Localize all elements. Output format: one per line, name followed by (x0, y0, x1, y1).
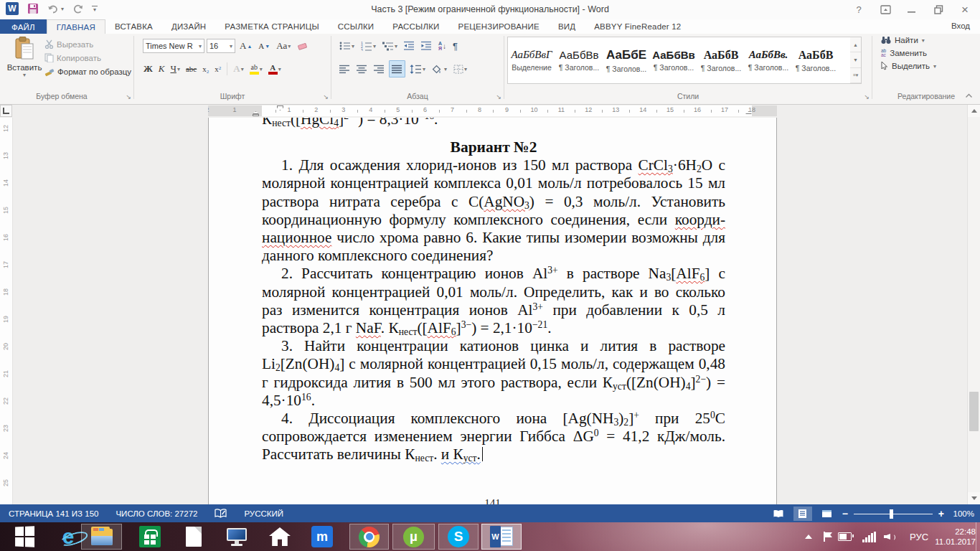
zoom-in-button[interactable]: + (938, 508, 944, 519)
problem-3[interactable]: 3. Найти концентрации катионов цинка и л… (262, 337, 725, 410)
scrollbar-thumb[interactable] (969, 392, 979, 431)
collapse-ribbon-button[interactable] (965, 93, 973, 98)
tab-references[interactable]: ССЫЛКИ (329, 19, 384, 34)
justify-button[interactable] (389, 60, 405, 77)
align-center-button[interactable] (354, 61, 369, 77)
tab-home[interactable]: ГЛАВНАЯ (47, 19, 105, 34)
sort-button[interactable]: АЯ↓ (436, 38, 448, 54)
styles-scroll-up[interactable]: ▲ (850, 37, 861, 52)
left-indent-box-marker[interactable] (253, 114, 259, 116)
scroll-down-button[interactable] (968, 492, 980, 504)
print-layout-button[interactable] (793, 507, 812, 521)
bullets-button[interactable]: ▾ (337, 38, 357, 54)
proofing-status-icon[interactable] (215, 509, 227, 519)
tab-file[interactable]: ФАЙЛ (0, 19, 47, 34)
font-dialog-launcher[interactable]: ↘ (323, 93, 329, 100)
zoom-level-indicator[interactable]: 100% (950, 509, 974, 518)
volume-icon[interactable] (884, 522, 895, 551)
superscript-button[interactable]: х2 (212, 61, 223, 77)
sign-in-link[interactable]: Вход (951, 22, 970, 30)
style-card-heading[interactable]: АаБбВ¶ Заголов... (697, 37, 745, 83)
tab-view[interactable]: ВИД (549, 19, 585, 34)
italic-button[interactable]: К (156, 61, 167, 77)
tray-show-hidden-icons[interactable] (805, 522, 812, 551)
style-card-heading[interactable]: АаБбВв.¶ Заголов... (745, 37, 792, 83)
copy-button[interactable]: Копировать (44, 53, 101, 62)
page-count-indicator[interactable]: СТРАНИЦА 141 ИЗ 150 (9, 509, 98, 518)
tab-review[interactable]: РЕЦЕНЗИРОВАНИЕ (449, 19, 549, 34)
taskbar-chrome[interactable] (349, 524, 389, 550)
clear-formatting-button[interactable] (295, 38, 310, 54)
decrease-indent-button[interactable] (402, 38, 417, 54)
text-effects-button[interactable]: А▾ (231, 61, 245, 77)
replace-button[interactable]: abac Заменить (881, 49, 980, 57)
taskbar-skype[interactable]: S (438, 524, 479, 550)
problem-2[interactable]: 2. Рассчитать концентрацию ионов Al3+ в … (262, 265, 725, 337)
increase-indent-button[interactable] (419, 38, 434, 54)
subscript-button[interactable]: х2 (200, 61, 211, 77)
line-spacing-button[interactable]: ▾ (407, 61, 428, 77)
taskbar-document-app[interactable] (181, 524, 207, 550)
language-indicator[interactable]: РУССКИЙ (244, 509, 283, 518)
tray-clock[interactable]: 22:48 11.01.2017 (934, 522, 976, 551)
ribbon-display-options-button[interactable] (875, 2, 896, 18)
tab-insert[interactable]: ВСТАВКА (105, 19, 162, 34)
paste-dropdown-arrow[interactable]: ▾ (6, 72, 43, 78)
multilevel-list-button[interactable]: ▾ (380, 38, 400, 54)
problem-4[interactable]: 4. Диссоциация комплексного иона [Ag(NH3… (262, 410, 725, 464)
variant-heading[interactable]: Вариант №2 (262, 138, 725, 156)
taskbar-lenovo[interactable] (224, 524, 250, 550)
paragraph-dialog-launcher[interactable]: ↘ (496, 93, 501, 100)
style-card-heading[interactable]: АаБбВ¶ Заголов... (792, 37, 839, 83)
align-right-button[interactable] (372, 61, 387, 77)
clipped-formula-line[interactable]: Кнест([HgCl4]2− ) = 8,3·10−16. (262, 118, 725, 129)
clipboard-dialog-launcher[interactable]: ↘ (126, 93, 131, 100)
taskbar-file-explorer[interactable] (81, 524, 122, 550)
taskbar-utorrent[interactable]: µ (392, 524, 435, 550)
style-card-heading[interactable]: АаБбЕ¶ Заголов... (603, 37, 650, 83)
highlight-color-button[interactable]: ab▾ (248, 61, 265, 77)
read-mode-button[interactable] (769, 507, 788, 521)
align-left-button[interactable] (337, 61, 352, 77)
problem-1[interactable]: 1. Для осаждения хлорид-ионов из 150 мл … (262, 156, 725, 265)
zoom-slider-thumb[interactable] (890, 509, 893, 519)
network-signal-icon[interactable] (862, 522, 876, 551)
styles-scroll-down[interactable]: ▼ (850, 52, 861, 67)
battery-icon[interactable] (838, 522, 852, 551)
show-hide-marks-button[interactable]: ¶ (451, 38, 460, 54)
zoom-slider[interactable] (854, 507, 933, 521)
tab-stop-selector[interactable] (0, 105, 12, 117)
show-desktop-button[interactable] (976, 522, 980, 551)
word-count-indicator[interactable]: ЧИСЛО СЛОВ: 27272 (116, 509, 197, 518)
help-button[interactable]: ? (848, 2, 870, 18)
style-card-heading[interactable]: АаБбВв¶ Заголов... (555, 37, 603, 83)
restore-button[interactable] (928, 2, 949, 18)
font-size-combobox[interactable]: 16▾ (207, 39, 235, 53)
close-button[interactable]: × (954, 2, 976, 18)
strikethrough-button[interactable]: abc (184, 61, 199, 77)
format-painter-button[interactable]: Формат по образцу (44, 67, 131, 77)
start-button[interactable] (9, 524, 40, 550)
tab-mailings[interactable]: РАССЫЛКИ (383, 19, 448, 34)
taskbar-home-app[interactable] (267, 524, 293, 550)
tab-page-layout[interactable]: РАЗМЕТКА СТРАНИЦЫ (215, 19, 328, 34)
style-card-vydelenie[interactable]: АаБбВвГВыделение (508, 37, 555, 83)
scroll-up-button[interactable] (968, 105, 980, 117)
underline-button[interactable]: Ч▾ (169, 61, 182, 77)
select-button[interactable]: Выделить▾ (881, 62, 980, 70)
document-text[interactable]: Кнест([HgCl4]2− ) = 8,3·10−16. Вариант №… (262, 118, 725, 464)
font-name-combobox[interactable]: Times New R▾ (143, 39, 204, 53)
taskbar-windows-store[interactable] (136, 524, 164, 550)
cut-button[interactable]: Вырезать (44, 39, 93, 49)
taskbar-maxthon[interactable]: m (308, 524, 336, 550)
vertical-scrollbar[interactable] (967, 105, 980, 504)
grow-font-button[interactable]: А▲ (237, 38, 254, 54)
style-card-heading[interactable]: АаБбВв¶ Заголов... (650, 37, 697, 83)
taskbar-internet-explorer[interactable]: e (55, 524, 82, 550)
tab-design[interactable]: ДИЗАЙН (162, 19, 215, 34)
vertical-ruler[interactable]: 1213141516171819202122232425 (0, 118, 13, 504)
find-button[interactable]: Найти▾ (881, 36, 980, 44)
zoom-out-button[interactable]: − (842, 508, 848, 519)
taskbar-word-active[interactable]: W (481, 524, 522, 550)
paste-button[interactable]: Вставить ▾ (6, 37, 43, 78)
